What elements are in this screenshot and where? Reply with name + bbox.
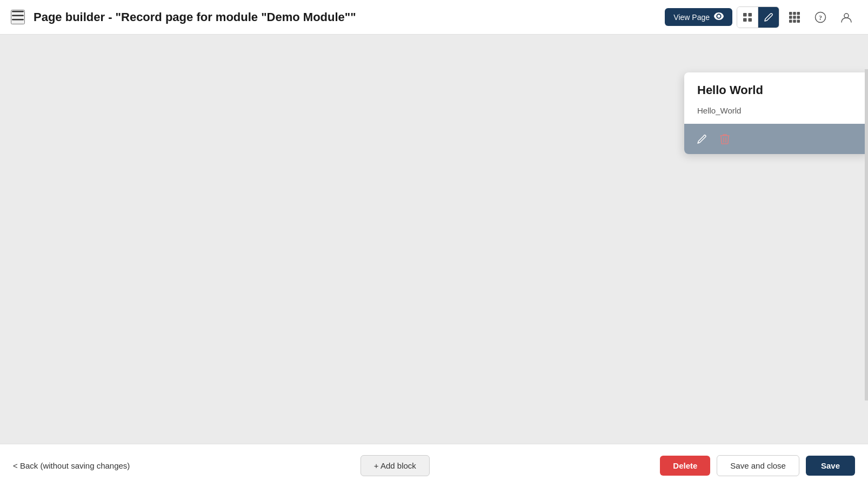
footer: < Back (without saving changes) + Add bl… bbox=[0, 444, 868, 487]
popup-delete-button[interactable] bbox=[716, 130, 734, 148]
delete-label: Delete bbox=[673, 461, 697, 470]
svg-rect-8 bbox=[793, 12, 796, 15]
page-title: Page builder - "Record page for module "… bbox=[34, 10, 356, 24]
svg-rect-7 bbox=[789, 12, 792, 15]
header-left: Page builder - "Record page for module "… bbox=[11, 10, 665, 24]
save-button[interactable]: Save bbox=[806, 456, 855, 476]
resize-handle[interactable] bbox=[865, 69, 868, 401]
footer-center: + Add block bbox=[360, 455, 430, 476]
save-label: Save bbox=[821, 461, 840, 470]
view-page-button[interactable]: View Page bbox=[665, 8, 732, 26]
footer-right: Delete Save and close Save bbox=[660, 455, 855, 476]
svg-rect-6 bbox=[749, 18, 752, 22]
popup-card: Hello World Hello_World bbox=[684, 72, 868, 154]
save-close-label: Save and close bbox=[730, 461, 786, 470]
svg-rect-15 bbox=[797, 19, 800, 23]
add-block-label: + Add block bbox=[374, 461, 416, 470]
svg-rect-4 bbox=[749, 13, 752, 17]
back-label: < Back (without saving changes) bbox=[13, 461, 130, 470]
grid-view-button[interactable] bbox=[737, 7, 758, 28]
header: Page builder - "Record page for module "… bbox=[0, 0, 868, 35]
svg-rect-2 bbox=[12, 19, 24, 21]
view-page-label: View Page bbox=[673, 13, 710, 22]
footer-left: < Back (without saving changes) bbox=[13, 461, 130, 470]
popup-card-actions bbox=[684, 124, 868, 154]
save-close-button[interactable]: Save and close bbox=[717, 455, 799, 476]
main-canvas: Hello World Hello_World bbox=[0, 35, 868, 444]
svg-text:?: ? bbox=[819, 14, 822, 21]
svg-rect-11 bbox=[793, 16, 796, 19]
svg-rect-0 bbox=[12, 11, 24, 12]
popup-card-subtitle: Hello_World bbox=[684, 102, 868, 124]
apps-icon-button[interactable] bbox=[784, 6, 805, 28]
edit-view-button[interactable] bbox=[758, 7, 779, 28]
svg-rect-1 bbox=[12, 15, 24, 17]
svg-rect-3 bbox=[743, 13, 747, 17]
header-right: View Page bbox=[665, 6, 857, 28]
help-icon-button[interactable]: ? bbox=[810, 6, 831, 28]
delete-button[interactable]: Delete bbox=[660, 456, 710, 476]
eye-icon bbox=[714, 12, 724, 22]
svg-rect-9 bbox=[797, 12, 800, 15]
back-button[interactable]: < Back (without saving changes) bbox=[13, 461, 130, 470]
svg-rect-5 bbox=[743, 18, 747, 22]
svg-rect-13 bbox=[789, 19, 792, 23]
view-toggle-group bbox=[737, 6, 779, 28]
popup-card-title: Hello World bbox=[684, 72, 868, 102]
svg-rect-12 bbox=[797, 16, 800, 19]
svg-rect-14 bbox=[793, 19, 796, 23]
popup-edit-button[interactable] bbox=[693, 131, 711, 147]
svg-point-18 bbox=[844, 14, 849, 18]
svg-rect-10 bbox=[789, 16, 792, 19]
hamburger-icon[interactable] bbox=[11, 10, 25, 24]
add-block-button[interactable]: + Add block bbox=[360, 455, 430, 476]
user-icon-button[interactable] bbox=[836, 6, 857, 28]
